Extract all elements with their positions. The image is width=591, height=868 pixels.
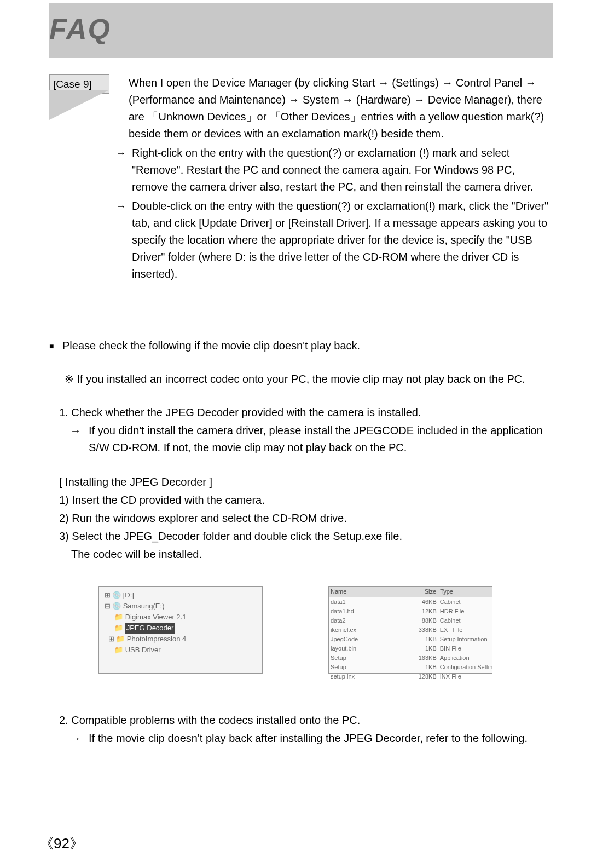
install-s3b: The codec will be installed. (71, 546, 553, 563)
arrow-icon: → (70, 422, 85, 456)
tree-item-selected: JPEG Decoder (125, 623, 175, 634)
movie-note: If you installed an incorrect codec onto… (77, 373, 525, 385)
list-row: Setup163KBApplication (329, 653, 492, 663)
page-number-value: 92 (54, 835, 69, 852)
reference-mark-icon: ※ (65, 373, 74, 385)
list-header: Name Size Type (329, 587, 492, 597)
movie-lead-row: ■ Please check the following if the movi… (49, 337, 553, 354)
col-name: Name (329, 587, 416, 597)
case-bullet-2-text: Double-click on the entry with the quest… (132, 198, 553, 283)
case-box: [Case 9] (49, 74, 109, 94)
case-row: [Case 9] When I open the Device Manager … (49, 74, 553, 283)
install-title: [ Installing the JPEG Decorder ] (59, 474, 553, 491)
col-type: Type (438, 587, 492, 597)
header-bar: FAQ (49, 3, 553, 58)
step1-text: 1. Check whether the JPEG Decoder provid… (59, 404, 553, 421)
list-row: data288KBCabinet (329, 616, 492, 625)
tree-item: USB Driver (125, 646, 161, 654)
step1: 1. Check whether the JPEG Decoder provid… (59, 404, 553, 456)
list-row: Setup1KBConfiguration Settings (329, 663, 492, 672)
movie-lead: Please check the following if the movie … (62, 337, 360, 354)
case-bullet-1-text: Right-click on the entry with the questi… (132, 145, 553, 196)
tree-drive: Samsung(E:) (123, 602, 165, 610)
arrow-icon: → (113, 198, 126, 283)
step2: 2. Compatible problems with the codecs i… (59, 712, 553, 747)
square-icon: ■ (49, 337, 57, 353)
install-block: [ Installing the JPEG Decorder ] 1) Inse… (59, 474, 553, 563)
figures-row: ⊞💿 [D:] ⊟💿 Samsung(E:) 📁 Digimax Viewer … (99, 586, 553, 674)
list-row: data1.hd12KBHDR File (329, 607, 492, 616)
list-row: layout.bin1KBBIN File (329, 644, 492, 653)
tree-root: [D:] (123, 591, 134, 599)
install-s1: 1) Insert the CD provided with the camer… (59, 492, 553, 509)
tree-item: Digimax Viewer 2.1 (125, 613, 187, 621)
col-size: Size (416, 587, 438, 597)
case-intro: When I open the Device Manager (by click… (129, 74, 553, 142)
step1-arrow-row: → If you didn't install the camera drive… (70, 422, 553, 456)
arrow-icon: → (70, 730, 85, 747)
step1-arrow-text: If you didn't install the camera driver,… (89, 422, 553, 456)
movie-note-row: ※ If you installed an incorrect codec on… (65, 371, 553, 388)
list-row: setup.inx128KBINX File (329, 672, 492, 681)
tree-item: PhotoImpression 4 (127, 635, 186, 643)
movie-section: ■ Please check the following if the movi… (49, 337, 553, 747)
explorer-list-figure: Name Size Type data146KBCabinet data1.hd… (328, 586, 493, 674)
case-bullet-1: → Right-click on the entry with the ques… (113, 145, 553, 196)
case-triangle-icon (49, 90, 109, 120)
explorer-tree-figure: ⊞💿 [D:] ⊟💿 Samsung(E:) 📁 Digimax Viewer … (99, 586, 263, 674)
list-row: ikernel.ex_338KBEX_ File (329, 625, 492, 635)
step2-arrow-text: If the movie clip doesn't play back afte… (89, 730, 528, 747)
page-number: 《92》 (39, 832, 84, 855)
case-bullet-2: → Double-click on the entry with the que… (113, 198, 553, 283)
step2-text: 2. Compatible problems with the codecs i… (59, 712, 553, 729)
arrow-icon: → (113, 145, 126, 196)
install-s3: 3) Select the JPEG_Decoder folder and do… (59, 528, 553, 545)
case-body: When I open the Device Manager (by click… (129, 74, 553, 283)
list-row: data146KBCabinet (329, 597, 492, 607)
page-title: FAQ (49, 7, 553, 51)
install-s2: 2) Run the windows explorer and select t… (59, 510, 553, 527)
step2-arrow-row: → If the movie clip doesn't play back af… (70, 730, 553, 747)
list-row: JpegCode1KBSetup Information (329, 635, 492, 644)
